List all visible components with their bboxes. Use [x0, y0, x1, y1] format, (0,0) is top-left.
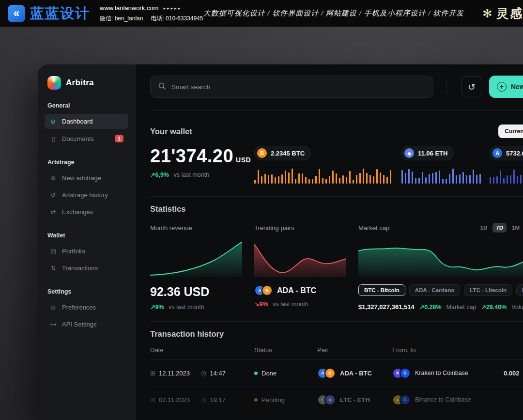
time-text: 19:17	[210, 396, 226, 404]
tick	[261, 176, 262, 184]
transaction-time: ◷19:17	[201, 396, 226, 404]
sidebar-section-title: General	[47, 102, 125, 109]
holding-amount: 5732.61 ADA	[506, 150, 523, 157]
sidebar-item-portfolio[interactable]: ▤Portfolio	[45, 244, 128, 259]
wallet-action-currencies[interactable]: Currencies	[498, 124, 523, 138]
website-link[interactable]: www.lanlanwork.com	[100, 4, 158, 13]
market-cap-value: $1,327,027,361,514	[358, 303, 415, 311]
sidebar-item-exchanges[interactable]: ⇄Exchanges	[45, 204, 128, 219]
range-7d[interactable]: 7D	[492, 223, 507, 233]
tick	[295, 179, 296, 184]
tick	[432, 173, 433, 184]
notification-badge: 1	[115, 135, 123, 142]
tick	[456, 175, 457, 184]
table-row[interactable]: ⊞12.11.2023◷14:47DoneABADA - BTCKCKraken…	[150, 360, 523, 387]
tick	[405, 173, 406, 184]
route-label: Binance to Coinbase	[415, 396, 471, 403]
tick	[359, 173, 361, 184]
transactions-icon: ⇅	[49, 264, 57, 272]
market-pair-pill-ltc[interactable]: LTC - Litecoin	[464, 284, 512, 296]
api-icon: ⊶	[49, 321, 57, 328]
exchange-icons: ◆C	[392, 394, 411, 405]
transaction-amount: 0.002	[504, 370, 520, 377]
table-header: Date Status Pair From, to	[150, 346, 523, 360]
sidebar-section-title: Arbitrage	[47, 159, 125, 166]
tick	[288, 172, 290, 184]
phone-contact: 电话: 010-63334945	[151, 15, 203, 23]
tick	[503, 178, 505, 184]
range-1d[interactable]: 1D	[477, 223, 491, 233]
search-icon	[158, 82, 166, 92]
range-1m[interactable]: 1M	[508, 223, 523, 233]
cell-date: ⊞02.11.2023◷19:17	[150, 396, 254, 404]
calendar-icon: ⊞	[150, 370, 155, 377]
app-brand-name: Arbitra	[66, 78, 94, 88]
btc-icon: B	[257, 148, 267, 158]
exchanges-icon: ⇄	[49, 208, 57, 216]
wallet-section: Your wallet CurrenciesE 21'374.20USD ↗6,…	[150, 111, 523, 184]
market-pair-pill-eth[interactable]: ETH - Ethereu	[516, 284, 523, 296]
wallet-holdings: B2.2345 BTC◆11.06 ETHA5732.61 ADA	[254, 146, 523, 184]
sidebar-item-api-settings[interactable]: ⊶API Settings	[45, 317, 128, 332]
table-row[interactable]: ⊞02.11.2023◷19:17PendingŁ◆LTC - ETH◆CBin…	[150, 387, 523, 413]
collect-label: 灵感收集	[496, 5, 523, 21]
sidebar-item-label: New arbitrage	[62, 174, 101, 182]
sidebar-item-label: Documents	[62, 135, 94, 142]
tick	[473, 170, 474, 184]
tick	[278, 176, 279, 184]
wallet-amount: 21'374.20	[150, 146, 233, 166]
sidebar-item-label: Exchanges	[62, 208, 93, 216]
market-pair-pill-btc[interactable]: BTC - Bitcoin	[358, 284, 405, 296]
tick	[312, 179, 313, 184]
date-text: 12.11.2023	[159, 370, 190, 377]
topbar: ↺ + New a	[150, 75, 523, 98]
wallet-currency: USD	[236, 156, 251, 164]
table-row[interactable]: ⊞29.10.2023◷04:23DoneABADA - BTCKCKraken…	[150, 413, 523, 420]
market-pair-pill-ada[interactable]: ADA - Cardano	[409, 284, 460, 296]
inspiration-collect[interactable]: ✻ 灵感收集	[482, 5, 523, 21]
wallet-holding-btc: B2.2345 BTC	[254, 146, 396, 184]
search-box[interactable]	[150, 76, 433, 98]
coinbase-icon: C	[400, 368, 411, 379]
tick	[308, 179, 310, 184]
status-dot	[254, 398, 258, 402]
transaction-date: ⊞12.11.2023	[150, 370, 201, 377]
transaction-date: ⊞02.11.2023	[150, 396, 201, 404]
tick	[325, 179, 327, 184]
date-text: 02.11.2023	[159, 396, 190, 404]
btc-icon: B	[324, 368, 336, 379]
sidebar-item-label: Preferences	[62, 304, 96, 311]
tick	[339, 178, 340, 184]
eth-icon: ◆	[404, 148, 414, 158]
trending-pairs-change: ↘9%	[254, 301, 268, 308]
trending-pairs-card: Trending pairs AB ADA - BTC	[254, 222, 346, 311]
trending-pair-name: ADA - BTC	[277, 286, 316, 295]
ada-icon: A	[492, 148, 502, 158]
wallet-actions: CurrenciesE	[498, 124, 523, 138]
tick	[386, 177, 388, 184]
tick	[319, 169, 320, 184]
cell-status: Done	[254, 370, 317, 377]
promo-header: « 蓝蓝设计 www.lanlanwork.com ▸▸▸▸▸ 微信: ben_…	[0, 0, 523, 27]
sidebar-item-dashboard[interactable]: ⊘Dashboard	[45, 114, 128, 129]
plus-icon: +	[497, 82, 507, 92]
sidebar-item-label: Arbitrage history	[62, 191, 108, 199]
tick	[390, 170, 391, 184]
tick	[452, 169, 454, 184]
sidebar-item-documents[interactable]: ▯Documents1	[45, 131, 128, 146]
sidebar-item-preferences[interactable]: ⊙Preferences	[45, 300, 128, 315]
sidebar: Arbitra General⊘Dashboard▯Documents1Arbi…	[38, 64, 136, 420]
history-button[interactable]: ↺	[461, 76, 482, 97]
sidebar-item-new-arbitrage[interactable]: ⊕New arbitrage	[45, 171, 128, 186]
volume-note: Volume (2	[511, 304, 523, 311]
services-tagline: 大数据可视化设计 / 软件界面设计 / 网站建设 / 手机及小程序设计 / 软件…	[203, 9, 464, 18]
search-input[interactable]	[170, 83, 425, 91]
sidebar-item-arbitrage-history[interactable]: ↺Arbitrage history	[45, 187, 128, 202]
new-arbitrage-button-label: New a	[511, 83, 523, 91]
tick	[383, 175, 385, 184]
trending-pairs-label: Trending pairs	[254, 224, 294, 232]
tick	[268, 175, 269, 184]
new-arbitrage-button[interactable]: + New a	[489, 76, 523, 98]
sidebar-item-transactions[interactable]: ⇅Transactions	[45, 261, 128, 276]
trending-pairs-chart	[254, 239, 346, 277]
